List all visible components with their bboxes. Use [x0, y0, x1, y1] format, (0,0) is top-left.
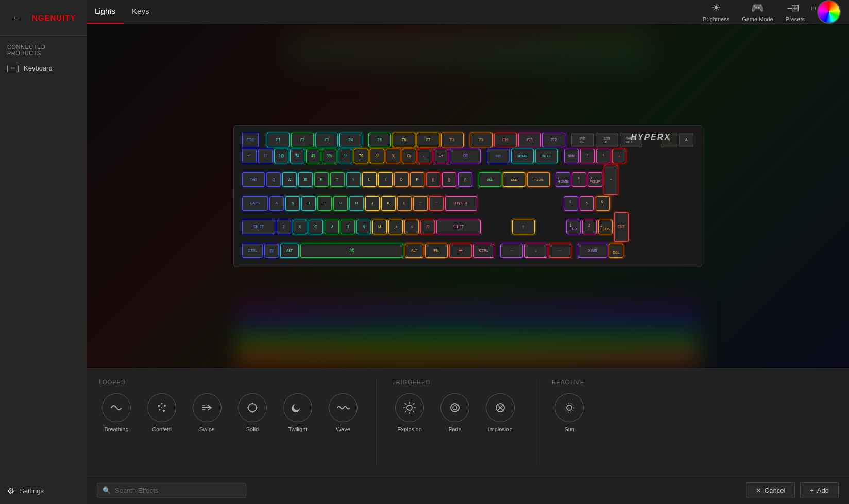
- key-numpad-5[interactable]: 5: [580, 196, 594, 211]
- key-f2[interactable]: F2: [291, 133, 314, 147]
- key-enter[interactable]: ENTER: [445, 196, 477, 211]
- key-h[interactable]: H: [349, 196, 364, 211]
- key-q[interactable]: Q: [266, 172, 281, 187]
- key-numpad-enter[interactable]: ENT: [614, 212, 629, 242]
- game-mode-button[interactable]: 🎮 Game Mode: [742, 2, 773, 22]
- key-r[interactable]: R: [314, 172, 329, 187]
- key-caps[interactable]: CAPS: [242, 196, 268, 211]
- key-numpad-4[interactable]: 4←: [564, 196, 578, 211]
- key-0[interactable]: 0): [402, 149, 416, 163]
- back-button[interactable]: ←: [6, 7, 27, 28]
- key-fn[interactable]: FN: [425, 244, 448, 258]
- key-win[interactable]: ⊞: [264, 244, 279, 258]
- key-shift-right[interactable]: SHIFT: [436, 220, 481, 234]
- key-numpad-mul[interactable]: *: [596, 149, 610, 163]
- key-numpad-minus[interactable]: -: [612, 149, 626, 163]
- cancel-button[interactable]: ✕ Cancel: [746, 482, 795, 498]
- effect-implosion[interactable]: Implosion: [483, 393, 518, 432]
- search-input[interactable]: [115, 486, 241, 494]
- key-numpad-1[interactable]: 1END: [566, 220, 581, 234]
- maximize-button[interactable]: □: [802, 0, 825, 16]
- key-prtsc[interactable]: PRTSC: [571, 133, 594, 147]
- key-i[interactable]: I: [378, 172, 393, 187]
- key-alt-left[interactable]: ALT: [280, 244, 299, 258]
- key-v[interactable]: V: [325, 220, 339, 234]
- key-8[interactable]: 8*: [370, 149, 384, 163]
- key-alt-right[interactable]: ALT: [405, 244, 423, 258]
- minimize-button[interactable]: ─: [778, 0, 802, 16]
- key-x[interactable]: X: [293, 220, 307, 234]
- effect-swipe[interactable]: Swipe: [190, 393, 225, 432]
- key-numpad-plus[interactable]: +: [604, 165, 618, 195]
- key-f11[interactable]: F11: [518, 133, 541, 147]
- key-numpad-9[interactable]: 9PGUP: [588, 172, 602, 187]
- key-home[interactable]: HOME: [511, 149, 534, 163]
- settings-item[interactable]: ⚙ Settings: [0, 478, 87, 504]
- key-numpad-div[interactable]: /: [580, 149, 595, 163]
- key-numpad-dot[interactable]: .DEL: [609, 244, 623, 258]
- key-l[interactable]: L: [397, 196, 412, 211]
- key-numpad-2[interactable]: 2↓: [582, 220, 597, 234]
- key-f7[interactable]: F7: [417, 133, 439, 147]
- key-f8[interactable]: F8: [441, 133, 464, 147]
- key-6[interactable]: 6^: [338, 149, 352, 163]
- search-box[interactable]: 🔍: [97, 483, 246, 498]
- key-comma[interactable]: ,<: [388, 220, 403, 234]
- key-j[interactable]: J: [365, 196, 380, 211]
- key-f6[interactable]: F6: [393, 133, 415, 147]
- key-2[interactable]: 2@: [274, 149, 288, 163]
- key-c[interactable]: C: [309, 220, 323, 234]
- add-button[interactable]: + Add: [800, 482, 839, 498]
- key-f10[interactable]: F10: [494, 133, 517, 147]
- key-n[interactable]: N: [356, 220, 371, 234]
- key-tab[interactable]: TAB: [242, 172, 265, 187]
- key-numpad-8[interactable]: 8↑: [572, 172, 586, 187]
- key-equals[interactable]: =+: [434, 149, 448, 163]
- effect-wave[interactable]: Wave: [326, 393, 361, 432]
- key-quote[interactable]: '": [429, 196, 444, 211]
- effect-sun[interactable]: Sun: [552, 393, 587, 432]
- key-d[interactable]: D: [301, 196, 316, 211]
- key-del[interactable]: DEL: [479, 172, 501, 187]
- key-semicolon[interactable]: ;:: [413, 196, 428, 211]
- effect-breathing[interactable]: Breathing: [99, 393, 134, 432]
- key-u[interactable]: U: [362, 172, 377, 187]
- key-esc[interactable]: ESC: [242, 133, 259, 147]
- key-g[interactable]: G: [333, 196, 348, 211]
- key-f[interactable]: F: [317, 196, 332, 211]
- key-pgdn[interactable]: PG DN: [527, 172, 550, 187]
- key-slash[interactable]: /?: [420, 220, 435, 234]
- key-7[interactable]: 7&: [354, 149, 368, 163]
- tab-lights[interactable]: Lights: [87, 0, 124, 24]
- key-space[interactable]: ⌘: [300, 244, 403, 258]
- sidebar-item-keyboard[interactable]: ⌨ Keyboard: [0, 60, 87, 76]
- key-5[interactable]: 5%: [322, 149, 336, 163]
- key-backspace[interactable]: ⌫: [450, 149, 481, 163]
- key-p[interactable]: P: [410, 172, 424, 187]
- key-arrow-right[interactable]: →: [549, 244, 571, 258]
- key-minus[interactable]: -_: [418, 149, 432, 163]
- key-a[interactable]: A: [269, 196, 284, 211]
- key-scrlk[interactable]: SCRLK: [596, 133, 618, 147]
- effect-confetti[interactable]: Confetti: [144, 393, 179, 432]
- key-numpad-6[interactable]: 6→: [596, 196, 610, 211]
- key-4[interactable]: 4$: [306, 149, 320, 163]
- key-numpad-0[interactable]: 0 INS: [578, 244, 607, 258]
- key-numpad-lock[interactable]: NUM: [564, 149, 579, 163]
- key-m[interactable]: M: [372, 220, 387, 234]
- key-t[interactable]: T: [330, 172, 345, 187]
- key-f9[interactable]: F9: [470, 133, 493, 147]
- key-ins[interactable]: INS: [487, 149, 510, 163]
- key-k[interactable]: K: [381, 196, 396, 211]
- key-w[interactable]: W: [282, 172, 297, 187]
- key-b[interactable]: B: [341, 220, 355, 234]
- key-o[interactable]: O: [394, 172, 409, 187]
- key-arrow-up[interactable]: ↑: [512, 220, 535, 234]
- key-numpad-3[interactable]: 3PGDN: [598, 220, 613, 234]
- key-backslash[interactable]: |\: [458, 172, 472, 187]
- key-period[interactable]: .>: [404, 220, 419, 234]
- key-backtick[interactable]: ~`: [242, 149, 257, 163]
- close-button[interactable]: ✕: [825, 0, 849, 16]
- effect-fade[interactable]: Fade: [437, 393, 472, 432]
- key-pgup[interactable]: PG UP: [535, 149, 558, 163]
